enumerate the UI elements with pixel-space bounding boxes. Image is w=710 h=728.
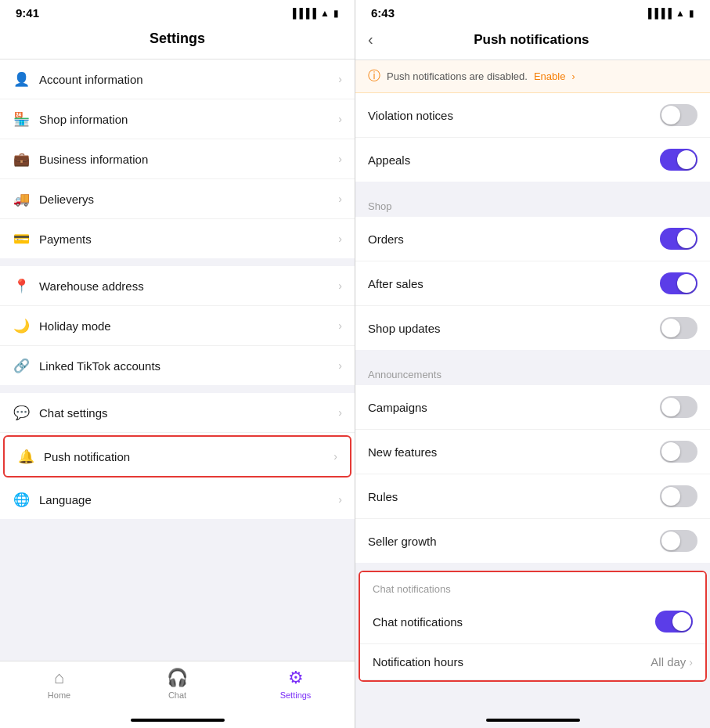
settings-header: Settings bbox=[0, 23, 355, 59]
chat-nav-label: Chat bbox=[168, 690, 186, 700]
notification-hours-value: All day bbox=[651, 655, 686, 669]
settings-group-1: 👤 Account information › 🏪 Shop informati… bbox=[0, 59, 355, 258]
shop-updates-toggle[interactable] bbox=[660, 317, 697, 339]
new-features-thumb bbox=[661, 442, 680, 461]
settings-item-business[interactable]: 💼 Business information › bbox=[0, 139, 355, 179]
seller-growth-toggle[interactable] bbox=[660, 530, 697, 552]
push-chevron: › bbox=[333, 450, 337, 463]
right-phone: zoe 6:43 ▐▐▐▐ ▲ ▮ ‹ Push notifications ⓘ… bbox=[355, 0, 710, 728]
chat-nav-icon: 🎧 bbox=[167, 668, 188, 688]
shop-updates-thumb bbox=[661, 319, 680, 337]
violation-label: Violation notices bbox=[368, 109, 660, 122]
signal-icon: ▐▐▐▐ bbox=[290, 8, 316, 19]
left-phone: 9:41 ▐▐▐▐ ▲ ▮ Settings 👤 Account informa… bbox=[0, 0, 355, 728]
settings-item-tiktok[interactable]: 🔗 Linked TikTok accounts › bbox=[0, 346, 355, 385]
home-indicator-left bbox=[131, 719, 225, 722]
toggle-group-shop: Orders After sales Shop updates bbox=[355, 217, 710, 350]
settings-group-2: 📍 Warehouse address › 🌙 Holiday mode › 🔗… bbox=[0, 266, 355, 385]
language-icon: 🌐 bbox=[13, 491, 30, 508]
settings-item-warehouse[interactable]: 📍 Warehouse address › bbox=[0, 266, 355, 306]
new-features-toggle[interactable] bbox=[660, 441, 697, 463]
notification-hours-label: Notification hours bbox=[373, 655, 651, 669]
notification-hours-chevron: › bbox=[689, 656, 693, 669]
language-label: Language bbox=[39, 493, 338, 506]
back-button[interactable]: ‹ bbox=[368, 31, 373, 49]
campaigns-label: Campaigns bbox=[368, 401, 660, 414]
chat-notifications-label: Chat notifications bbox=[373, 615, 655, 629]
settings-item-account[interactable]: 👤 Account information › bbox=[0, 59, 355, 99]
tiktok-chevron: › bbox=[338, 359, 342, 372]
shop-updates-label: Shop updates bbox=[368, 322, 660, 335]
payments-chevron: › bbox=[338, 232, 342, 245]
delivery-label: Delieverys bbox=[39, 193, 338, 206]
announcements-section-header: Announcements bbox=[355, 358, 710, 385]
push-notifications-title: Push notifications bbox=[381, 32, 682, 48]
holiday-chevron: › bbox=[338, 319, 342, 332]
settings-item-delivery[interactable]: 🚚 Delieverys › bbox=[0, 179, 355, 219]
chat-notifications-toggle[interactable] bbox=[655, 611, 693, 632]
toggle-group-general: Violation notices Appeals bbox=[355, 93, 710, 182]
tiktok-label: Linked TikTok accounts bbox=[39, 359, 338, 373]
toggle-appeals: Appeals bbox=[355, 138, 710, 182]
account-chevron: › bbox=[338, 73, 342, 85]
time-right: 6:43 bbox=[371, 6, 395, 20]
business-label: Business information bbox=[39, 153, 338, 166]
warehouse-icon: 📍 bbox=[13, 277, 30, 294]
push-label: Push notification bbox=[44, 450, 333, 463]
language-chevron: › bbox=[338, 493, 342, 506]
rules-toggle[interactable] bbox=[660, 485, 697, 507]
campaigns-thumb bbox=[661, 398, 680, 416]
appeals-toggle[interactable] bbox=[660, 149, 697, 171]
toggle-group-announcements: Campaigns New features Rules bbox=[355, 385, 710, 563]
toggle-shop-updates: Shop updates bbox=[355, 306, 710, 350]
nav-settings[interactable]: ⚙ Settings bbox=[236, 668, 355, 700]
settings-item-shop[interactable]: 🏪 Shop information › bbox=[0, 99, 355, 139]
status-icons-left: ▐▐▐▐ ▲ ▮ bbox=[290, 8, 339, 19]
banner-text: Push notifications are disabled. bbox=[387, 70, 528, 82]
settings-item-language[interactable]: 🌐 Language › bbox=[0, 480, 355, 519]
after-sales-thumb bbox=[677, 274, 696, 293]
push-icon: 🔔 bbox=[17, 448, 34, 465]
warehouse-chevron: › bbox=[338, 279, 342, 292]
home-indicator-right bbox=[486, 719, 580, 722]
nav-home[interactable]: ⌂ Home bbox=[0, 668, 118, 700]
toggle-seller-growth: Seller growth bbox=[355, 519, 710, 563]
settings-item-chat-settings[interactable]: 💬 Chat settings › bbox=[0, 393, 355, 433]
nav-chat[interactable]: 🎧 Chat bbox=[118, 668, 236, 700]
notification-banner: ⓘ Push notifications are disabled. Enabl… bbox=[355, 60, 710, 93]
warning-icon: ⓘ bbox=[368, 68, 380, 85]
home-bar-left bbox=[0, 715, 355, 728]
after-sales-label: After sales bbox=[368, 277, 660, 290]
shop-icon: 🏪 bbox=[13, 110, 30, 128]
home-icon: ⌂ bbox=[54, 668, 64, 688]
chat-notifications-thumb bbox=[672, 612, 691, 631]
shop-chevron: › bbox=[338, 113, 342, 125]
settings-item-payments[interactable]: 💳 Payments › bbox=[0, 219, 355, 258]
violation-toggle[interactable] bbox=[660, 104, 697, 126]
chat-notifications-section: Chat notifications Chat notifications No… bbox=[359, 571, 707, 682]
orders-thumb bbox=[677, 229, 696, 248]
settings-item-holiday[interactable]: 🌙 Holiday mode › bbox=[0, 306, 355, 346]
signal-icon-right: ▐▐▐▐ bbox=[645, 8, 672, 19]
bottom-nav: ⌂ Home 🎧 Chat ⚙ Settings bbox=[0, 661, 355, 715]
business-chevron: › bbox=[338, 153, 342, 165]
after-sales-toggle[interactable] bbox=[660, 272, 697, 294]
shop-label: Shop information bbox=[39, 113, 338, 126]
business-icon: 💼 bbox=[13, 150, 30, 168]
battery-icon: ▮ bbox=[333, 8, 339, 19]
payments-icon: 💳 bbox=[13, 230, 30, 247]
settings-item-push-notification[interactable]: 🔔 Push notification › bbox=[3, 435, 351, 478]
status-icons-right: ▐▐▐▐ ▲ ▮ bbox=[645, 8, 694, 19]
enable-link[interactable]: Enable bbox=[534, 70, 565, 82]
settings-list: 👤 Account information › 🏪 Shop informati… bbox=[0, 59, 355, 661]
campaigns-toggle[interactable] bbox=[660, 396, 697, 418]
toggle-rules: Rules bbox=[355, 474, 710, 519]
toggle-new-features: New features bbox=[355, 430, 710, 474]
chat-settings-chevron: › bbox=[338, 406, 342, 419]
account-label: Account information bbox=[39, 73, 338, 86]
holiday-label: Holiday mode bbox=[39, 319, 338, 333]
notification-hours-row[interactable]: Notification hours All day › bbox=[360, 644, 705, 680]
tiktok-icon: 🔗 bbox=[13, 357, 30, 374]
orders-toggle[interactable] bbox=[660, 228, 697, 250]
toggle-orders: Orders bbox=[355, 217, 710, 261]
